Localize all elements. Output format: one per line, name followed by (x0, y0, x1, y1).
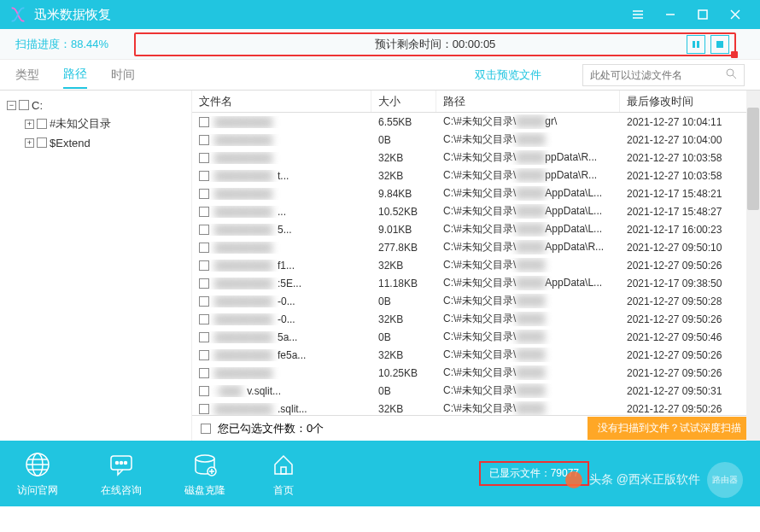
progress-bar: 扫描进度：88.44% 预计剩余时间：00:00:05 (0, 29, 760, 60)
row-checkbox[interactable] (199, 153, 209, 163)
file-rows: ████████6.55KBC:\#未知父目录\████gr\2021-12-2… (192, 113, 760, 415)
row-checkbox[interactable] (199, 135, 209, 145)
app-title: 迅米数据恢复 (34, 7, 622, 23)
titlebar: 迅米数据恢复 (0, 0, 760, 29)
svg-rect-9 (716, 41, 723, 48)
globe-icon (22, 449, 53, 480)
search-icon[interactable] (725, 67, 737, 83)
folder-tree: − C: + #未知父目录 + $Extend (0, 91, 192, 441)
col-size[interactable]: 大小 (371, 91, 436, 112)
table-row[interactable]: ████████32KBC:\#未知父目录\████ppData\R...202… (192, 149, 760, 167)
tab-time[interactable]: 时间 (111, 62, 135, 88)
tree-checkbox[interactable] (37, 119, 47, 129)
tab-type[interactable]: 类型 (15, 62, 39, 88)
expand-icon[interactable]: + (25, 120, 34, 129)
scan-progress: 扫描进度：88.44% (15, 37, 108, 52)
tab-bar: 类型 路径 时间 双击预览文件 (0, 60, 760, 91)
watermark: 头条 @西米正版软件 路由器 (565, 462, 743, 498)
table-row[interactable]: ████████277.8KBC:\#未知父目录\████AppData\R..… (192, 238, 760, 256)
search-box[interactable] (582, 64, 745, 86)
pause-button[interactable] (687, 35, 705, 54)
svg-point-21 (196, 455, 214, 462)
table-row[interactable]: ████████9.84KBC:\#未知父目录\████AppData\L...… (192, 184, 760, 202)
minimize-button[interactable] (654, 0, 687, 29)
table-row[interactable]: ████████-0...32KBC:\#未知父目录\████2021-12-2… (192, 310, 760, 328)
scrollbar[interactable] (746, 91, 760, 441)
table-row[interactable]: ████████-0...0BC:\#未知父目录\████2021-12-27 … (192, 292, 760, 310)
tree-root[interactable]: − C: (7, 96, 184, 114)
col-date[interactable]: 最后修改时间 (620, 91, 760, 112)
maximize-button[interactable] (687, 0, 719, 29)
row-checkbox[interactable] (199, 350, 209, 360)
table-row[interactable]: ████████fe5a...32KBC:\#未知父目录\████2021-12… (192, 346, 760, 364)
svg-rect-23 (281, 467, 286, 474)
table-row[interactable]: ████████...10.52KBC:\#未知父目录\████AppData\… (192, 202, 760, 220)
stop-button[interactable] (710, 35, 729, 54)
selection-bar: 您已勾选文件数：0个 没有扫描到文件？试试深度扫描 (192, 415, 760, 441)
row-checkbox[interactable] (199, 171, 209, 181)
visit-website-button[interactable]: 访问官网 (17, 449, 58, 498)
row-checkbox[interactable] (199, 225, 209, 235)
tree-checkbox[interactable] (37, 137, 47, 148)
col-path[interactable]: 路径 (436, 91, 620, 112)
expand-icon[interactable]: + (25, 138, 34, 148)
table-row[interactable]: ████████f1...32KBC:\#未知父目录\████2021-12-2… (192, 256, 760, 274)
row-checkbox[interactable] (199, 117, 209, 127)
svg-rect-7 (693, 41, 695, 48)
table-row[interactable]: ████████.sqlit...32KBC:\#未知父目录\████2021-… (192, 400, 760, 415)
table-row[interactable]: ████████5a...0BC:\#未知父目录\████2021-12-27 … (192, 328, 760, 346)
row-checkbox[interactable] (199, 368, 209, 378)
menu-button[interactable] (622, 0, 654, 29)
selected-count: 您已勾选文件数：0个 (218, 421, 324, 436)
svg-point-20 (125, 462, 127, 465)
preview-hint: 双击预览文件 (475, 67, 541, 83)
close-button[interactable] (719, 0, 751, 29)
table-row[interactable]: ████████5...9.01KBC:\#未知父目录\████AppData\… (192, 220, 760, 238)
tree-checkbox[interactable] (19, 100, 29, 110)
watermark-badge-icon: 路由器 (707, 462, 743, 498)
row-checkbox[interactable] (199, 296, 209, 307)
app-logo-icon (9, 5, 27, 24)
svg-rect-8 (697, 41, 699, 48)
highlight-marker-icon (731, 51, 738, 58)
row-checkbox[interactable] (199, 189, 209, 199)
row-checkbox[interactable] (199, 207, 209, 217)
tree-item[interactable]: + $Extend (7, 133, 184, 152)
svg-point-18 (116, 462, 119, 465)
tab-path[interactable]: 路径 (63, 61, 87, 89)
table-row[interactable]: ████████10.25KBC:\#未知父目录\████2021-12-27 … (192, 364, 760, 382)
table-row[interactable]: ████████0BC:\#未知父目录\████2021-12-27 10:04… (192, 131, 760, 149)
online-chat-button[interactable]: 在线咨询 (101, 449, 142, 498)
table-row[interactable]: a███v.sqlit...0BC:\#未知父目录\████2021-12-27… (192, 382, 760, 400)
row-checkbox[interactable] (199, 314, 209, 324)
home-icon (268, 449, 299, 480)
search-input[interactable] (590, 69, 725, 81)
svg-point-19 (120, 462, 123, 465)
svg-rect-4 (699, 10, 707, 19)
row-checkbox[interactable] (199, 243, 209, 253)
tree-item[interactable]: + #未知父目录 (7, 114, 184, 133)
row-checkbox[interactable] (199, 278, 209, 289)
table-row[interactable]: ████████t...32KBC:\#未知父目录\████ppData\R..… (192, 167, 760, 184)
row-checkbox[interactable] (199, 386, 209, 396)
scrollbar-thumb[interactable] (747, 108, 759, 210)
home-button[interactable]: 首页 (268, 449, 299, 498)
eta-box: 预计剩余时间：00:00:05 (134, 32, 736, 56)
disk-clone-button[interactable]: 磁盘克隆 (184, 449, 225, 498)
row-checkbox[interactable] (199, 404, 209, 414)
svg-point-10 (727, 69, 734, 76)
disk-icon (190, 449, 220, 480)
file-list-pane: 文件名 大小 路径 最后修改时间 ████████6.55KBC:\#未知父目录… (192, 91, 760, 441)
column-headers: 文件名 大小 路径 最后修改时间 (192, 91, 760, 113)
row-checkbox[interactable] (199, 260, 209, 271)
svg-line-11 (733, 75, 736, 79)
select-all-checkbox[interactable] (201, 424, 211, 434)
col-filename[interactable]: 文件名 (192, 91, 371, 112)
deep-scan-button[interactable]: 没有扫描到文件？试试深度扫描 (588, 417, 751, 440)
row-checkbox[interactable] (199, 332, 209, 342)
chat-icon (106, 449, 137, 480)
collapse-icon[interactable]: − (7, 101, 16, 110)
avatar-icon (565, 471, 582, 488)
table-row[interactable]: ████████:5E...11.18KBC:\#未知父目录\████AppDa… (192, 274, 760, 292)
table-row[interactable]: ████████6.55KBC:\#未知父目录\████gr\2021-12-2… (192, 113, 760, 131)
